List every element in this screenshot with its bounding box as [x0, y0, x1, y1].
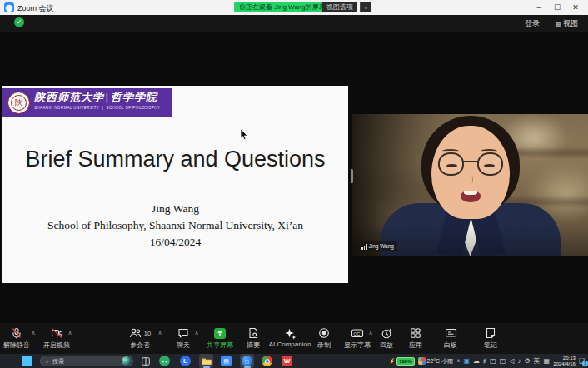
slide-date: 16/04/2024	[2, 236, 348, 249]
notification-center-button[interactable]: ❏1	[579, 357, 585, 365]
view-button[interactable]: ▦视图	[555, 18, 578, 29]
whiteboard-icon	[445, 326, 457, 340]
notes-icon	[485, 326, 496, 340]
participant-name-tag: Jing Wang	[359, 241, 397, 251]
taskbar-app-blue-doc[interactable]: ▤	[220, 354, 232, 368]
shield-check-icon[interactable]: ✓	[14, 17, 24, 27]
plug-icon: ⚡	[388, 358, 396, 365]
tray-blue-app-icon[interactable]: ▣	[464, 354, 471, 368]
blue-l-app-icon: L	[180, 356, 191, 366]
close-button[interactable]: ✕	[566, 0, 585, 15]
participants-button[interactable]: 10 参会者	[117, 326, 163, 350]
input-language-indicator[interactable]: 英	[534, 354, 541, 368]
ime-keyboard-icon[interactable]: ▦	[544, 354, 551, 368]
tray-tools-icon[interactable]: ⚙	[524, 354, 530, 368]
window-title: Zoom 会议	[17, 3, 54, 14]
taskbar-app-wps[interactable]: W	[281, 354, 293, 368]
slide-author: Jing Wang	[2, 202, 348, 216]
tray-speaker-icon[interactable]: ◁	[509, 354, 514, 368]
maximize-button[interactable]: ☐	[548, 0, 566, 15]
audio-signal-bars-icon	[361, 244, 367, 250]
presentation-slide: 陕 陕西师范大学|哲学学院 SHAANXI NORMAL UNIVERSITY …	[2, 86, 348, 283]
minimize-button[interactable]: –	[530, 0, 548, 15]
blue-doc-app-icon: ▤	[221, 356, 232, 366]
meeting-info-bar: ✓ 登录 ▦视图	[0, 15, 588, 32]
weather-icon	[418, 357, 426, 365]
grid-view-icon: ▦	[555, 20, 561, 27]
replay-clock-icon	[381, 326, 393, 340]
file-explorer-icon	[202, 357, 212, 366]
svg-text:CC: CC	[353, 331, 360, 336]
tray-volume-icon[interactable]: ♪	[517, 354, 521, 368]
battery-indicator[interactable]: ⚡ 100%	[388, 357, 414, 366]
summary-icon	[247, 326, 259, 340]
participant-video-tile[interactable]: Jing Wang	[352, 114, 588, 256]
video-options-chevron[interactable]: ∧	[67, 330, 72, 336]
share-screen-icon	[213, 326, 227, 340]
signin-link[interactable]: 登录	[525, 18, 540, 29]
slide-affiliation: School of Philosophy, Shaanxi Normal Uni…	[2, 219, 348, 232]
view-options-caret[interactable]: ⌄	[360, 2, 371, 12]
view-options-button[interactable]: 视图选项	[322, 2, 357, 12]
university-seal-logo: 陕	[7, 92, 30, 114]
wps-icon: W	[282, 356, 292, 366]
banner-chinese-text: 陕西师范大学|哲学学院	[34, 90, 171, 105]
zoom-taskbar-icon: ▢	[242, 356, 252, 366]
zoom-app-icon: ⬤	[4, 2, 14, 12]
mouse-cursor	[241, 129, 248, 140]
chat-icon	[177, 326, 189, 340]
tray-screenshot-icon[interactable]: ◳	[490, 354, 496, 368]
slide-title: Brief Summary and Questions	[2, 147, 348, 172]
chrome-icon	[262, 356, 272, 366]
shared-screen-stage: 陕 陕西师范大学|哲学学院 SHAANXI NORMAL UNIVERSITY …	[0, 32, 588, 323]
start-video-button[interactable]: 开启视频	[33, 326, 80, 350]
task-view-button[interactable]	[140, 354, 152, 368]
taskbar-app-wechat[interactable]: ◖◗	[158, 354, 171, 368]
apps-icon	[410, 326, 421, 340]
tray-mic-icon[interactable]: ♯	[483, 354, 486, 368]
university-banner: 陕 陕西师范大学|哲学学院 SHAANXI NORMAL UNIVERSITY …	[2, 88, 172, 117]
viewing-screen-badge: 你正在观看 Jing Wang的屏幕	[234, 2, 331, 12]
taskbar-app-zoom[interactable]: ▢	[240, 354, 254, 368]
captions-icon: CC	[351, 326, 364, 340]
taskbar-app-blue-l[interactable]: L	[179, 354, 192, 368]
panel-drag-handle[interactable]	[351, 169, 353, 183]
banner-english-text: SHAANXI NORMAL UNIVERSITY | SCHOOL OF PH…	[34, 106, 171, 110]
tray-folder-icon[interactable]: ◰	[500, 354, 506, 368]
start-button[interactable]	[20, 354, 33, 368]
participants-count-badge: 10	[144, 330, 151, 337]
taskbar-app-chrome[interactable]	[261, 354, 273, 368]
system-tray: ⚡ 100% 22°C小雨 ∧ ▣ ☁ ♯ ◳ ◰ ◁ ♪ ⚙ 英 ▦ 20:1…	[388, 354, 588, 368]
mic-muted-icon	[11, 326, 22, 340]
search-label: 搜索	[52, 357, 118, 366]
camera-off-icon	[51, 326, 63, 340]
notification-count-badge: 1	[582, 361, 588, 366]
record-icon	[318, 326, 330, 340]
search-icon: ⌕	[46, 358, 49, 365]
windows-taskbar: ⌕ 搜索 ◖◗ L ▤ ▢ W ⚡ 100% 22	[0, 354, 588, 368]
taskbar-search[interactable]: ⌕ 搜索	[40, 356, 133, 366]
tray-cloud-icon[interactable]: ☁	[473, 354, 480, 368]
wechat-icon: ◖◗	[159, 356, 170, 366]
zoom-control-toolbar: 解除静音 ∧ 开启视频 ∧ 10 参会者 ∧ 聊天 ∧	[0, 323, 588, 354]
window-titlebar: ⬤ Zoom 会议 你正在观看 Jing Wang的屏幕 视图选项 ⌄ – ☐ …	[0, 0, 588, 15]
notes-button[interactable]: 笔记	[467, 326, 514, 350]
taskbar-app-file-explorer[interactable]	[199, 354, 213, 368]
weather-widget[interactable]: 22°C小雨	[418, 357, 454, 366]
participants-icon	[129, 327, 142, 339]
windows-start-icon	[22, 356, 32, 366]
taskbar-clock[interactable]: 20:13 2024/4/16	[553, 356, 576, 367]
hidden-icons-chevron[interactable]: ∧	[456, 354, 460, 368]
search-highlight-image[interactable]	[122, 356, 131, 366]
ai-sparkle-icon	[284, 326, 296, 340]
